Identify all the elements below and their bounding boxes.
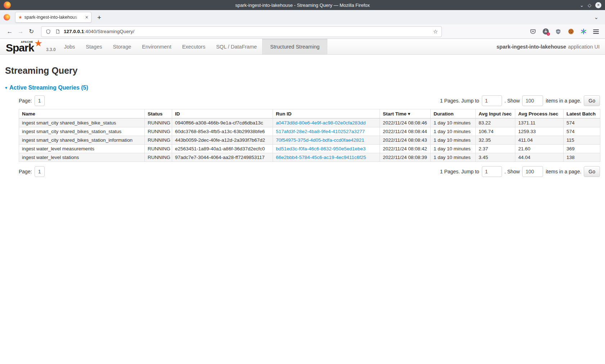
cookie-icon[interactable] (568, 28, 574, 35)
tab-title: spark-ingest-into-lakehous (24, 15, 83, 20)
url-path: :4040/StreamingQuery/ (84, 29, 134, 34)
pagination-top: Page: 1 Pages. Jump to . Show items in a… (19, 95, 600, 106)
cell-status: RUNNING (145, 136, 172, 145)
close-window-button[interactable]: × (595, 2, 601, 8)
active-queries-toggle[interactable]: ▾ Active Streaming Queries (5) (5, 85, 600, 91)
cell-id: 0940ff66-a308-466b-9e1a-cf7cd6dba13c (172, 118, 273, 127)
table-row: ingest smart_city shared_bikes_station_i… (19, 136, 600, 145)
column-header-avg-input-sec[interactable]: Avg Input /sec (476, 109, 515, 119)
cell-name: ingest smart_city shared_bikes_station_i… (19, 136, 145, 145)
firefox-icon (4, 1, 11, 9)
cell-start-time: 2022/11/24 08:08:44 (380, 127, 431, 136)
url-bar[interactable]: 127.0.0.1:4040/StreamingQuery/ ☆ (41, 26, 442, 37)
go-button[interactable]: Go (584, 95, 600, 106)
run-id-link[interactable]: bd51ed3c-f0fa-46c6-8632-950e5ed1ebe3 (276, 146, 366, 151)
ud-shield-icon[interactable]: UD (555, 28, 561, 35)
account-container-icon[interactable]: × (542, 28, 549, 35)
nav-item-structured-streaming[interactable]: Structured Streaming (262, 39, 327, 54)
bookmark-star-icon[interactable]: ☆ (433, 28, 438, 35)
column-header-status[interactable]: Status (145, 109, 172, 119)
cell-run-id: 66e2bbb4-5784-45c6-ac19-4ec9411c6f25 (273, 153, 380, 162)
page-number-input[interactable] (35, 95, 45, 106)
cell-name: ingest smart_city shared_bikes_station_s… (19, 127, 145, 136)
column-header-run-id[interactable]: Run ID (273, 109, 380, 119)
nav-item-sql-dataframe[interactable]: SQL / DataFrame (211, 39, 262, 54)
spark-wordmark: Spark (6, 42, 34, 54)
firefox-view-icon[interactable] (4, 14, 10, 21)
run-id-link[interactable]: 66e2bbb4-5784-45c6-ac19-4ec9411c6f25 (276, 155, 366, 160)
cell-name: ingest water_level measurements (19, 145, 145, 153)
cell-latest-batch: 138 (564, 153, 600, 162)
minimize-button[interactable]: ⌄ (580, 3, 584, 8)
items-text: items in a page. (546, 98, 581, 104)
column-header-id[interactable]: ID (172, 109, 273, 119)
cell-id: 60dc3768-85e3-4fb5-a13c-63b29938bfe6 (172, 127, 273, 136)
cell-id: 97adc7e7-3044-4064-aa28-ff7249853117 (172, 153, 273, 162)
section-title: Active Streaming Queries (5) (9, 85, 88, 91)
new-tab-button[interactable]: + (97, 14, 101, 21)
forward-button[interactable]: → (15, 28, 26, 35)
column-header-duration[interactable]: Duration (431, 109, 476, 119)
asterisk-extension-icon[interactable] (580, 28, 587, 35)
spark-star-icon: ★ (34, 38, 42, 49)
column-header-name[interactable]: Name (19, 109, 145, 119)
cell-status: RUNNING (145, 153, 172, 162)
nav-item-executors[interactable]: Executors (177, 39, 211, 54)
cell-start-time: 2022/11/24 08:08:42 (380, 145, 431, 153)
cell-duration: 1 day 10 minutes (431, 153, 476, 162)
column-header-start-time[interactable]: Start Time ▾ (380, 109, 431, 119)
jump-to-input[interactable] (482, 95, 502, 106)
nav-item-stages[interactable]: Stages (80, 39, 107, 54)
page-label: Page: (19, 169, 32, 174)
jump-to-input[interactable] (482, 166, 502, 177)
run-id-link[interactable]: 70f54975-375d-4d05-bdfa-ccd0fae42821 (276, 137, 364, 143)
nav-item-environment[interactable]: Environment (136, 39, 176, 54)
close-tab-icon[interactable]: × (85, 14, 88, 20)
maximize-button[interactable]: ◇ (588, 3, 591, 8)
application-name: spark-ingest-into-lakehouse (497, 44, 566, 50)
cell-latest-batch: 115 (564, 136, 600, 145)
cell-avg-process: 1371.11 (515, 118, 564, 127)
svg-text:UD: UD (557, 31, 560, 33)
cell-run-id: bd51ed3c-f0fa-46c6-8632-950e5ed1ebe3 (273, 145, 380, 153)
tab-list-chevron-icon[interactable]: ⌄ (594, 14, 599, 21)
cell-id: e2563451-1a89-40a1-a86f-36d37d2ecfc0 (172, 145, 273, 153)
nav-item-storage[interactable]: Storage (108, 39, 137, 54)
run-id-link[interactable]: a0473d8d-80e6-4e9f-ac98-02e0cfa283dd (276, 120, 366, 126)
nav-item-jobs[interactable]: Jobs (59, 39, 81, 54)
page-number-input[interactable] (35, 166, 45, 177)
cell-avg-process: 44.04 (515, 153, 564, 162)
table-body: ingest smart_city shared_bikes_bike_stat… (19, 118, 600, 162)
window-title: spark-ingest-into-lakehouse - Streaming … (0, 3, 605, 8)
table-row: ingest smart_city shared_bikes_bike_stat… (19, 118, 600, 127)
cell-id: 443b0059-2dec-40fe-a12d-2a393f7b67d2 (172, 136, 273, 145)
application-ui-suffix: application UI (568, 44, 600, 50)
active-queries-section: Page: 1 Pages. Jump to . Show items in a… (19, 95, 600, 177)
cell-avg-process: 411.04 (515, 136, 564, 145)
cell-duration: 1 day 10 minutes (431, 118, 476, 127)
pocket-icon[interactable] (530, 28, 536, 35)
column-header-latest-batch[interactable]: Latest Batch (564, 109, 600, 119)
show-items-input[interactable] (522, 166, 543, 177)
spark-logo[interactable]: APACHE Spark ★ (6, 39, 43, 54)
pages-count-text: 1 Pages. Jump to (440, 169, 479, 174)
cell-start-time: 2022/11/24 08:08:46 (380, 118, 431, 127)
url-input[interactable]: 127.0.0.1:4040/StreamingQuery/ (64, 29, 430, 34)
cell-avg-input: 32.35 (476, 136, 515, 145)
cell-avg-process: 21.60 (515, 145, 564, 153)
cell-name: ingest water_level stations (19, 153, 145, 162)
menu-hamburger-icon[interactable] (593, 28, 599, 35)
reload-button[interactable]: ↻ (26, 28, 37, 35)
page-title: Streaming Query (5, 65, 600, 76)
run-id-link[interactable]: 517afd3f-28e2-4ba8-9fe4-4102527a3277 (276, 129, 365, 134)
go-button[interactable]: Go (584, 166, 600, 177)
browser-tab[interactable]: ★ spark-ingest-into-lakehous × (15, 12, 91, 23)
cell-avg-input: 2.37 (476, 145, 515, 153)
shield-icon[interactable] (45, 28, 51, 35)
show-items-input[interactable] (522, 95, 543, 106)
cell-avg-input: 3.45 (476, 153, 515, 162)
column-header-avg-process-sec[interactable]: Avg Process /sec (515, 109, 564, 119)
back-button[interactable]: ← (4, 28, 15, 35)
cell-avg-input: 106.74 (476, 127, 515, 136)
page-info-icon[interactable] (54, 28, 61, 35)
